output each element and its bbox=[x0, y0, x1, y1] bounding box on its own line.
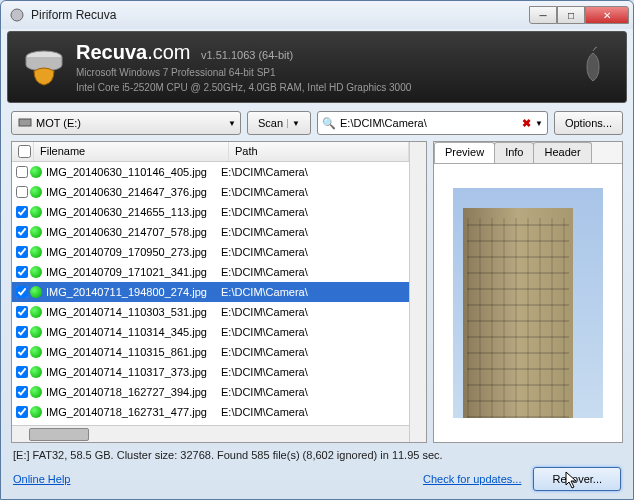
file-name: IMG_20140714_110315_861.jpg bbox=[46, 346, 221, 358]
status-dot-icon bbox=[30, 186, 42, 198]
options-button[interactable]: Options... bbox=[554, 111, 623, 135]
table-row[interactable]: IMG_20140630_214707_578.jpgE:\DCIM\Camer… bbox=[12, 222, 409, 242]
file-name: IMG_20140709_171021_341.jpg bbox=[46, 266, 221, 278]
horizontal-scrollbar[interactable] bbox=[12, 425, 409, 442]
file-name: IMG_20140718_162731_477.jpg bbox=[46, 406, 221, 418]
status-dot-icon bbox=[30, 286, 42, 298]
status-dot-icon bbox=[30, 306, 42, 318]
system-info-2: Intel Core i5-2520M CPU @ 2.50GHz, 4.0GB… bbox=[76, 81, 411, 94]
preview-pane: Preview Info Header bbox=[433, 141, 623, 443]
file-path: E:\DCIM\Camera\ bbox=[221, 346, 409, 358]
table-row[interactable]: IMG_20140709_170950_273.jpgE:\DCIM\Camer… bbox=[12, 242, 409, 262]
row-checkbox[interactable] bbox=[16, 406, 28, 418]
table-row[interactable]: IMG_20140630_214647_376.jpgE:\DCIM\Camer… bbox=[12, 182, 409, 202]
file-path: E:\DCIM\Camera\ bbox=[221, 386, 409, 398]
minimize-button[interactable]: ─ bbox=[529, 6, 557, 24]
file-path: E:\DCIM\Camera\ bbox=[221, 286, 409, 298]
file-name: IMG_20140711_194800_274.jpg bbox=[46, 286, 221, 298]
select-all-checkbox[interactable] bbox=[12, 142, 34, 161]
table-row[interactable]: IMG_20140714_110317_373.jpgE:\DCIM\Camer… bbox=[12, 362, 409, 382]
row-checkbox[interactable] bbox=[16, 246, 28, 258]
row-checkbox[interactable] bbox=[16, 366, 28, 378]
piriform-pear-icon bbox=[578, 45, 608, 89]
svg-rect-2 bbox=[19, 119, 31, 126]
close-button[interactable]: ✕ bbox=[585, 6, 629, 24]
chevron-down-icon[interactable]: ▼ bbox=[535, 119, 543, 128]
table-row[interactable]: IMG_20140718_162727_394.jpgE:\DCIM\Camer… bbox=[12, 382, 409, 402]
clear-filter-icon[interactable]: ✖ bbox=[522, 117, 531, 130]
toolbar: MOT (E:) ▼ Scan▼ 🔍 E:\DCIM\Camera\ ✖ ▼ O… bbox=[1, 103, 633, 141]
header-banner: Recuva.com v1.51.1063 (64-bit) Microsoft… bbox=[7, 31, 627, 103]
file-path: E:\DCIM\Camera\ bbox=[221, 406, 409, 418]
file-name: IMG_20140630_214707_578.jpg bbox=[46, 226, 221, 238]
tab-header[interactable]: Header bbox=[533, 142, 591, 163]
file-path: E:\DCIM\Camera\ bbox=[221, 266, 409, 278]
svg-point-0 bbox=[11, 9, 23, 21]
row-checkbox[interactable] bbox=[16, 386, 28, 398]
file-path: E:\DCIM\Camera\ bbox=[221, 206, 409, 218]
table-row[interactable]: IMG_20140714_110315_861.jpgE:\DCIM\Camer… bbox=[12, 342, 409, 362]
file-path: E:\DCIM\Camera\ bbox=[221, 246, 409, 258]
file-name: IMG_20140630_110146_405.jpg bbox=[46, 166, 221, 178]
cursor-icon bbox=[565, 471, 579, 491]
chevron-down-icon: ▼ bbox=[287, 119, 300, 128]
file-list: Filename Path IMG_20140630_110146_405.jp… bbox=[11, 141, 427, 443]
status-bar: [E:] FAT32, 58.5 GB. Cluster size: 32768… bbox=[1, 443, 633, 465]
online-help-link[interactable]: Online Help bbox=[13, 473, 70, 485]
status-text: [E:] FAT32, 58.5 GB. Cluster size: 32768… bbox=[13, 449, 443, 461]
app-icon bbox=[9, 7, 25, 23]
recuva-logo-icon bbox=[20, 43, 68, 91]
preview-image bbox=[434, 164, 622, 442]
drive-select[interactable]: MOT (E:) ▼ bbox=[11, 111, 241, 135]
file-name: IMG_20140630_214647_376.jpg bbox=[46, 186, 221, 198]
table-row[interactable]: IMG_20140709_171021_341.jpgE:\DCIM\Camer… bbox=[12, 262, 409, 282]
maximize-button[interactable]: □ bbox=[557, 6, 585, 24]
path-text: E:\DCIM\Camera\ bbox=[340, 117, 518, 129]
file-name: IMG_20140718_162727_394.jpg bbox=[46, 386, 221, 398]
vertical-scrollbar[interactable] bbox=[409, 142, 426, 442]
table-row[interactable]: IMG_20140711_194800_274.jpgE:\DCIM\Camer… bbox=[12, 282, 409, 302]
check-updates-link[interactable]: Check for updates... bbox=[423, 473, 521, 485]
building-photo bbox=[453, 188, 603, 418]
window-title: Piriform Recuva bbox=[31, 8, 529, 22]
column-path[interactable]: Path bbox=[229, 142, 409, 161]
row-checkbox[interactable] bbox=[16, 206, 28, 218]
status-dot-icon bbox=[30, 406, 42, 418]
scan-button[interactable]: Scan▼ bbox=[247, 111, 311, 135]
brand-name: Recuva.com bbox=[76, 41, 191, 63]
file-name: IMG_20140630_214655_113.jpg bbox=[46, 206, 221, 218]
row-checkbox[interactable] bbox=[16, 266, 28, 278]
file-name: IMG_20140714_110303_531.jpg bbox=[46, 306, 221, 318]
row-checkbox[interactable] bbox=[16, 166, 28, 178]
status-dot-icon bbox=[30, 386, 42, 398]
status-dot-icon bbox=[30, 266, 42, 278]
file-path: E:\DCIM\Camera\ bbox=[221, 326, 409, 338]
system-info-1: Microsoft Windows 7 Professional 64-bit … bbox=[76, 66, 411, 79]
file-path: E:\DCIM\Camera\ bbox=[221, 166, 409, 178]
app-window: Piriform Recuva ─ □ ✕ Recuva.com v1.51.1… bbox=[0, 0, 634, 500]
file-path: E:\DCIM\Camera\ bbox=[221, 366, 409, 378]
status-dot-icon bbox=[30, 326, 42, 338]
row-checkbox[interactable] bbox=[16, 226, 28, 238]
row-checkbox[interactable] bbox=[16, 306, 28, 318]
column-filename[interactable]: Filename bbox=[34, 142, 229, 161]
row-checkbox[interactable] bbox=[16, 346, 28, 358]
row-checkbox[interactable] bbox=[16, 286, 28, 298]
table-row[interactable]: IMG_20140718_162731_477.jpgE:\DCIM\Camer… bbox=[12, 402, 409, 422]
file-path: E:\DCIM\Camera\ bbox=[221, 226, 409, 238]
table-row[interactable]: IMG_20140630_110146_405.jpgE:\DCIM\Camer… bbox=[12, 162, 409, 182]
row-checkbox[interactable] bbox=[16, 326, 28, 338]
status-dot-icon bbox=[30, 246, 42, 258]
tab-preview[interactable]: Preview bbox=[434, 142, 495, 163]
file-path: E:\DCIM\Camera\ bbox=[221, 186, 409, 198]
row-checkbox[interactable] bbox=[16, 186, 28, 198]
preview-tabs: Preview Info Header bbox=[434, 142, 622, 164]
file-list-body[interactable]: IMG_20140630_110146_405.jpgE:\DCIM\Camer… bbox=[12, 162, 409, 425]
tab-info[interactable]: Info bbox=[494, 142, 534, 163]
table-row[interactable]: IMG_20140714_110314_345.jpgE:\DCIM\Camer… bbox=[12, 322, 409, 342]
file-name: IMG_20140714_110317_373.jpg bbox=[46, 366, 221, 378]
path-filter[interactable]: 🔍 E:\DCIM\Camera\ ✖ ▼ bbox=[317, 111, 548, 135]
table-row[interactable]: IMG_20140630_214655_113.jpgE:\DCIM\Camer… bbox=[12, 202, 409, 222]
version-label: v1.51.1063 (64-bit) bbox=[201, 49, 293, 61]
table-row[interactable]: IMG_20140714_110303_531.jpgE:\DCIM\Camer… bbox=[12, 302, 409, 322]
